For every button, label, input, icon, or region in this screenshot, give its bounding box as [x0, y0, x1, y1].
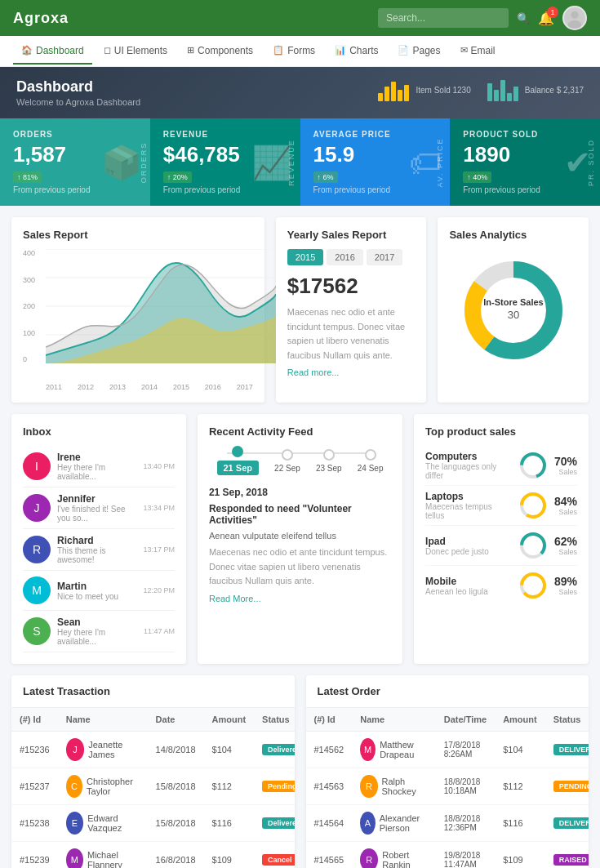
inbox-content-martin: Martin Nice to meet you [57, 581, 136, 601]
timeline-dot-21 [232, 446, 243, 457]
inbox-content-jennifer: Jennifer I've finished it! See you so... [57, 493, 136, 523]
avatar-sean: S [23, 617, 51, 645]
order-table: (#) Id Name Date/Time Amount Status #145… [306, 708, 589, 868]
orders-icon: 📦 [101, 143, 142, 181]
col-order-datetime: Date/Time [436, 708, 495, 732]
nav-item-dashboard[interactable]: 🏠 Dashboard [13, 38, 92, 65]
metric-avg-from: From previous period [313, 185, 438, 194]
yearly-sales-title: Yearly Sales Report [287, 229, 416, 241]
table-row: #15238 EEdward Vazquez 15/8/2018 $116 De… [11, 805, 295, 842]
year-tab-2016[interactable]: 2016 [327, 249, 362, 265]
tables-row: Latest Trasaction (#) Id Name Date Amoun… [11, 675, 589, 868]
stat-balance-label: Balance $ 2,317 [525, 86, 584, 95]
col-order-id: (#) Id [306, 708, 353, 732]
yearly-sales-card: Yearly Sales Report 2015 2016 2017 $1756… [276, 217, 427, 403]
inbox-item-richard[interactable]: R Richard This theme is awesome! 13:17 P… [23, 529, 175, 571]
nav-item-components[interactable]: ⊞ Components [179, 38, 261, 65]
inbox-content-irene: Irene Hey there I'm available... [57, 452, 136, 481]
product-pct-laptops: 84% [554, 495, 577, 508]
product-mobile: Mobile Aenean leo ligula 89% Sales [425, 566, 577, 605]
table-row: #15237 CChristopher Taylor 15/8/2018 $11… [11, 768, 295, 805]
metric-avg-label: AVERAGE PRICE [313, 130, 438, 139]
activity-title: Recent Activity Feed [209, 425, 391, 438]
product-name-laptops: Laptops [425, 491, 512, 502]
transaction-table: (#) Id Name Date Amount Status #15236 JJ… [11, 708, 295, 868]
activity-timeline: 21 Sep 22 Sep 23 Sep 24 Sep [209, 446, 391, 475]
dashboard-header: Dashboard Welcome to Agroxa Dashboard It… [0, 67, 600, 118]
revenue-icon: 📈 [251, 143, 292, 181]
metric-product-label: PRODUCT SOLD [463, 130, 587, 139]
donut-computers [518, 451, 548, 480]
product-laptops: Laptops Maecenas tempus tellus 84% Sales [425, 486, 577, 526]
ui-icon: ◻ [104, 45, 111, 56]
timeline-22sep: 22 Sep [274, 449, 300, 473]
activity-event-title: Responded to need "Volunteer Activities" [209, 503, 391, 526]
metric-revenue-badge: ↑ 20% [163, 171, 192, 183]
main-content: Sales Report 400 300 200 100 0 [0, 206, 600, 868]
activity-read-more[interactable]: Read More... [209, 594, 391, 603]
year-tab-2015[interactable]: 2015 [287, 249, 323, 265]
timeline-dot-23 [323, 449, 335, 461]
product-pct-computers: 70% [554, 455, 577, 468]
main-nav: 🏠 Dashboard ◻ UI Elements ⊞ Components 📋… [0, 36, 600, 67]
metric-avg-badge: ↑ 6% [313, 171, 338, 183]
timeline-dot-22 [282, 449, 293, 461]
timeline-24sep: 24 Sep [358, 449, 384, 473]
product-sub-computers: The languages only differ [425, 462, 512, 480]
donut-svg: In-Store Sales 30 [456, 253, 571, 367]
yearly-text: Maecenas nec odio et ante tincidunt temp… [287, 305, 416, 363]
inbox-item-sean[interactable]: S Sean Hey there I'm available... 11:47 … [23, 611, 175, 652]
yearly-value: $17562 [287, 274, 416, 299]
avatar[interactable] [562, 6, 587, 30]
product-sub-laptops: Maecenas tempus tellus [425, 502, 512, 520]
metric-revenue: REVENUE $46,785 ↑ 20% From previous peri… [150, 118, 300, 206]
home-icon: 🏠 [21, 45, 33, 56]
product-sub-ipad: Donec pede justo [425, 547, 512, 556]
y-axis-labels: 400 300 200 100 0 [23, 249, 35, 363]
product-computers: Computers The languages only differ 70% … [425, 446, 577, 486]
inbox-item-jennifer[interactable]: J Jennifer I've finished it! See you so.… [23, 487, 175, 529]
timeline-23sep: 23 Sep [316, 449, 342, 473]
metric-avg-price: AVERAGE PRICE 15.9 ↑ 6% From previous pe… [300, 118, 451, 206]
col-order-amount: Amount [495, 708, 545, 732]
notification-badge: 1 [547, 7, 558, 18]
col-id: (#) Id [11, 708, 58, 732]
product-sub-mobile: Aenean leo ligula [425, 587, 512, 596]
yearly-read-more[interactable]: Read more... [287, 367, 416, 377]
year-tab-2017[interactable]: 2017 [367, 249, 402, 265]
stat-items-sold: Item Sold 1230 [378, 78, 470, 101]
latest-transaction-card: Latest Trasaction (#) Id Name Date Amoun… [11, 675, 295, 868]
table-row: #15236 JJeanette James 14/8/2018 $104 De… [11, 732, 295, 768]
col-name: Name [58, 708, 148, 732]
nav-item-ui-elements[interactable]: ◻ UI Elements [96, 38, 176, 65]
product-name-computers: Computers [425, 451, 512, 462]
search-input[interactable] [378, 8, 509, 28]
charts-icon: 📊 [335, 45, 346, 56]
nav-item-email[interactable]: ✉ Email [452, 38, 504, 65]
brand-logo: Agroxa [13, 10, 69, 27]
product-pct-ipad: 62% [554, 535, 577, 548]
sales-analytics-title: Sales Analytics [449, 229, 577, 241]
nav-item-forms[interactable]: 📋 Forms [264, 38, 323, 65]
forms-icon: 📋 [273, 45, 284, 56]
nav-item-charts[interactable]: 📊 Charts [327, 38, 386, 65]
sales-chart: 400 300 200 100 0 [23, 249, 253, 380]
notification-icon[interactable]: 🔔 1 [538, 11, 554, 26]
timeline-dot-24 [365, 449, 376, 461]
product-name-mobile: Mobile [425, 576, 512, 587]
stat-balance: Balance $ 2,317 [487, 78, 584, 101]
avatar-irene: I [23, 452, 51, 480]
svg-text:30: 30 [507, 309, 518, 321]
svg-point-0 [571, 11, 578, 19]
top-products-card: Top product sales Computers The language… [414, 414, 589, 664]
inbox-content-richard: Richard This theme is awesome! [57, 535, 136, 564]
metric-product-from: From previous period [463, 185, 587, 194]
middle-row: Inbox I Irene Hey there I'm available...… [11, 414, 589, 664]
pages-icon: 📄 [398, 45, 409, 56]
product-info-mobile: Mobile Aenean leo ligula [425, 576, 512, 596]
nav-label-components: Components [198, 45, 253, 56]
inbox-item-irene[interactable]: I Irene Hey there I'm available... 13:40… [23, 446, 175, 487]
nav-label-ui: UI Elements [114, 45, 167, 56]
inbox-item-martin[interactable]: M Martin Nice to meet you 12:20 PM [23, 571, 175, 611]
nav-item-pages[interactable]: 📄 Pages [389, 38, 448, 65]
